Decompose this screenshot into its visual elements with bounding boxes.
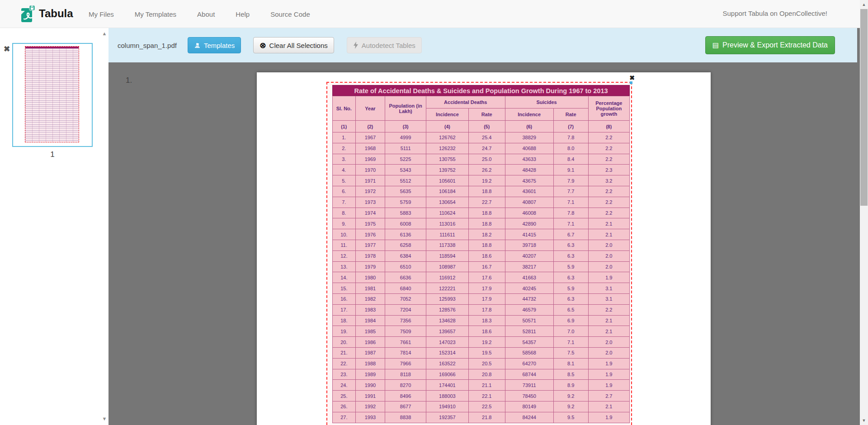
toolbar: column_span_1.pdf Templates ⊗ Clear All …: [108, 28, 857, 62]
thumbnail-table-title-bar: [25, 47, 79, 48]
nav-source-code[interactable]: Source Code: [270, 10, 310, 18]
page-scrollbar[interactable]: ▲ ▼: [860, 0, 868, 425]
clear-button-label: Clear All Selections: [269, 42, 328, 49]
filename-label: column_span_1.pdf: [118, 42, 177, 49]
scrollbar-up-icon[interactable]: ▲: [860, 1, 868, 8]
thumbnail-selection-overlay: [25, 46, 79, 142]
main-area: column_span_1.pdf Templates ⊗ Clear All …: [108, 28, 860, 425]
table-selection[interactable]: ✖: [326, 82, 632, 425]
nav-about[interactable]: About: [197, 10, 215, 18]
thumbnail-page-number: 1: [12, 150, 93, 159]
sidebar-scroll-up-icon[interactable]: ▲: [100, 31, 108, 36]
nav-my-templates[interactable]: My Templates: [135, 10, 176, 18]
tabula-logo-icon: [21, 5, 35, 23]
page-thumbnail[interactable]: [12, 43, 93, 147]
document-view: 1. Rate of Accidental Deaths & Suicides …: [108, 62, 860, 425]
export-table-icon: ▤: [712, 41, 719, 49]
scrollbar-thumb[interactable]: [860, 9, 868, 206]
support-link[interactable]: Support Tabula on OpenCollective!: [722, 9, 827, 17]
pdf-page[interactable]: Rate of Accidental Deaths & Suicides and…: [257, 72, 711, 425]
autodetect-button-label: Autodetect Tables: [362, 42, 415, 49]
selection-resize-handle[interactable]: [630, 81, 632, 84]
scrollbar-down-icon[interactable]: ▼: [860, 417, 868, 424]
selection-close-icon[interactable]: ✖: [629, 74, 635, 81]
page-thumbnail-sidebar: ✖ 1 ▲ ▼: [0, 28, 108, 425]
clear-all-selections-button[interactable]: ⊗ Clear All Selections: [253, 37, 334, 53]
templates-button-label: Templates: [204, 42, 235, 49]
templates-stamp-icon: [194, 42, 201, 49]
nav-my-files[interactable]: My Files: [89, 10, 114, 18]
brand-title: Tabula: [39, 7, 73, 20]
export-button-label: Preview & Export Extracted Data: [722, 41, 828, 49]
nav-help[interactable]: Help: [236, 10, 250, 18]
main-nav: My Files My Templates About Help Source …: [89, 0, 310, 28]
clear-circle-x-icon: ⊗: [259, 41, 266, 50]
templates-button[interactable]: Templates: [188, 37, 241, 53]
navbar: Tabula My Files My Templates About Help …: [0, 0, 860, 28]
autodetect-tables-button[interactable]: Autodetect Tables: [347, 37, 422, 53]
thumbnail-close-icon[interactable]: ✖: [4, 44, 10, 54]
preview-export-button[interactable]: ▤ Preview & Export Extracted Data: [705, 36, 835, 54]
page-number-label: 1.: [126, 76, 132, 85]
lightning-bolt-icon: [353, 42, 359, 49]
sidebar-scroll-down-icon[interactable]: ▼: [100, 416, 108, 421]
